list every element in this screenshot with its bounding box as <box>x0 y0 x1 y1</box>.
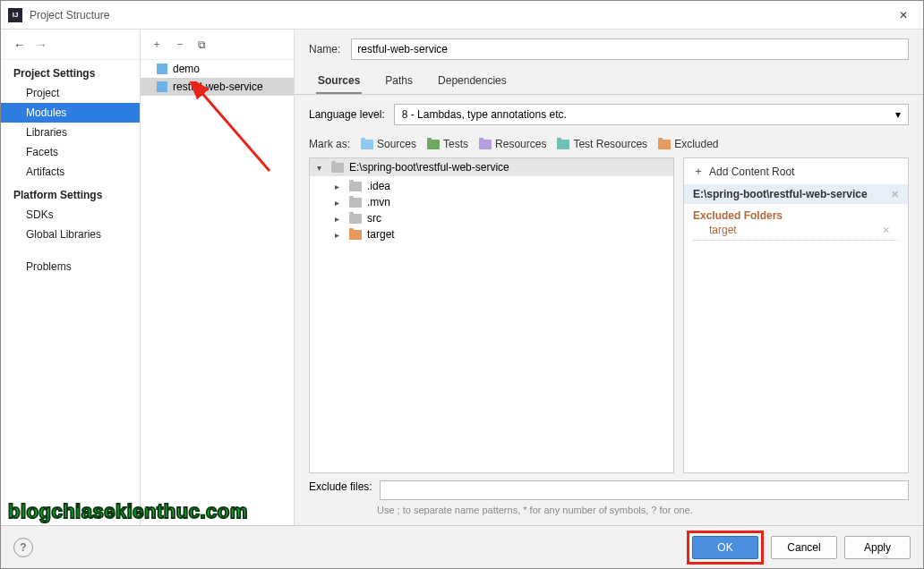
tree-root-row[interactable]: ▾ E:\spring-boot\restful-web-service <box>310 158 673 176</box>
cancel-button[interactable]: Cancel <box>771 536 837 559</box>
tree-item[interactable]: ▸.idea <box>310 178 673 194</box>
content-root-path[interactable]: E:\spring-boot\restful-web-service ✕ <box>684 184 908 204</box>
remove-excluded-icon[interactable]: ✕ <box>882 225 890 236</box>
folder-icon <box>349 198 362 208</box>
nav-artifacts[interactable]: Artifacts <box>1 162 140 182</box>
nav-global-libraries[interactable]: Global Libraries <box>1 225 140 244</box>
language-level-select[interactable]: 8 - Lambdas, type annotations etc. ▾ <box>394 104 909 125</box>
mark-sources[interactable]: Sources <box>361 138 416 150</box>
module-name-input[interactable] <box>351 38 909 60</box>
chevron-right-icon: ▸ <box>335 214 344 224</box>
help-icon[interactable]: ? <box>13 538 33 557</box>
apply-button[interactable]: Apply <box>844 536 911 559</box>
forward-icon[interactable]: → <box>35 38 47 52</box>
tree-item[interactable]: ▸.mvn <box>310 194 673 210</box>
add-module-icon[interactable]: ＋ <box>151 37 162 52</box>
chevron-right-icon: ▸ <box>335 230 344 240</box>
chevron-down-icon: ▾ <box>895 108 901 121</box>
left-sidebar: ← → Project Settings ProjectModulesLibra… <box>1 30 141 525</box>
module-item[interactable]: demo <box>141 60 294 78</box>
mark-tests[interactable]: Tests <box>427 138 468 150</box>
nav-modules[interactable]: Modules <box>1 103 140 123</box>
remove-module-icon[interactable]: － <box>175 37 185 52</box>
tab-dependencies[interactable]: Dependencies <box>436 69 509 94</box>
section-project-settings: Project Settings <box>1 60 140 83</box>
section-platform-settings: Platform Settings <box>1 182 140 205</box>
exclude-files-input[interactable] <box>380 480 909 500</box>
tree-item[interactable]: ▸target <box>310 226 673 242</box>
content-roots-panel: ＋ Add Content Root E:\spring-boot\restfu… <box>683 157 909 473</box>
intellij-icon: IJ <box>8 8 22 22</box>
name-label: Name: <box>309 43 340 55</box>
add-content-root-button[interactable]: ＋ Add Content Root <box>684 158 908 184</box>
folder-icon <box>349 230 362 240</box>
language-level-label: Language level: <box>309 108 385 121</box>
nav-sdks[interactable]: SDKs <box>1 205 140 225</box>
window-title: Project Structure <box>30 9 109 21</box>
source-tree-panel: ▾ E:\spring-boot\restful-web-service ▸.i… <box>309 157 674 473</box>
tab-paths[interactable]: Paths <box>383 69 415 94</box>
nav-facets[interactable]: Facets <box>1 142 140 162</box>
tab-sources[interactable]: Sources <box>316 69 362 94</box>
module-item[interactable]: restful-web-service <box>141 78 294 96</box>
mark-as-label: Mark as: <box>309 138 350 150</box>
chevron-down-icon: ▾ <box>317 163 326 173</box>
project-structure-dialog: IJ Project Structure ✕ ← → Project Setti… <box>0 0 924 569</box>
exclude-hint: Use ; to separate name patterns, * for a… <box>295 500 923 525</box>
nav-libraries[interactable]: Libraries <box>1 123 140 142</box>
close-icon[interactable]: ✕ <box>884 1 923 30</box>
tree-root-label: E:\spring-boot\restful-web-service <box>349 161 509 174</box>
modules-list-panel: ＋ － ⧉ demorestful-web-service <box>141 30 295 525</box>
mark-test-resources[interactable]: Test Resources <box>557 138 647 150</box>
copy-module-icon[interactable]: ⧉ <box>198 38 206 51</box>
folder-icon <box>349 182 362 191</box>
ok-button[interactable]: OK <box>692 536 758 559</box>
tree-item[interactable]: ▸src <box>310 210 673 226</box>
nav-problems[interactable]: Problems <box>1 257 140 276</box>
module-detail-panel: Name: SourcesPathsDependencies Language … <box>295 30 923 525</box>
plus-icon: ＋ <box>693 164 704 179</box>
folder-icon <box>331 163 344 173</box>
excluded-folders-header: Excluded Folders <box>684 204 908 224</box>
module-icon <box>157 64 167 74</box>
folder-icon <box>349 214 362 224</box>
back-icon[interactable]: ← <box>13 38 26 52</box>
chevron-right-icon: ▸ <box>335 182 344 191</box>
ok-highlight-annotation: OK <box>687 531 764 565</box>
mark-excluded[interactable]: Excluded <box>658 138 718 150</box>
titlebar: IJ Project Structure ✕ <box>1 1 923 30</box>
nav-project[interactable]: Project <box>1 83 140 103</box>
module-icon <box>157 81 167 92</box>
dialog-footer: ? OK Cancel Apply <box>1 525 923 568</box>
exclude-files-label: Exclude files: <box>309 480 372 493</box>
mark-resources[interactable]: Resources <box>479 138 546 150</box>
remove-root-icon[interactable]: ✕ <box>891 189 899 200</box>
language-level-value: 8 - Lambdas, type annotations etc. <box>402 108 567 121</box>
chevron-right-icon: ▸ <box>335 198 344 208</box>
excluded-folder-item[interactable]: target✕ <box>693 224 899 241</box>
